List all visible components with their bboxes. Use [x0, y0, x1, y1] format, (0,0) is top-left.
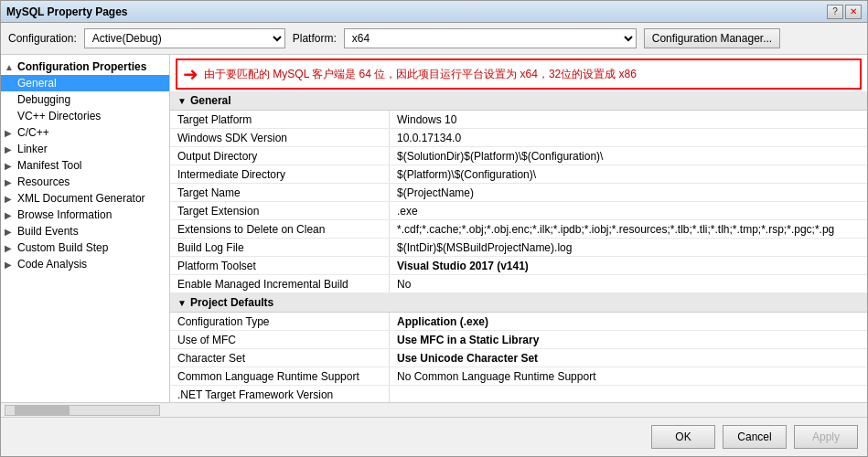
config-select[interactable]: Active(Debug) [84, 28, 285, 48]
tree-item-xml-doc[interactable]: ▶ XML Document Generator [1, 190, 169, 207]
general-section-label: General [190, 94, 231, 107]
tree-item-browse-info[interactable]: ▶ Browse Information [1, 207, 169, 223]
tree-root-label: Configuration Properties [17, 60, 146, 73]
prop-value: 10.0.17134.0 [390, 129, 867, 146]
code-expand-icon: ▶ [5, 260, 17, 270]
main-window: MySQL Property Pages ? ✕ Configuration: … [0, 0, 868, 457]
toolbar: Configuration: Active(Debug) Platform: x… [1, 23, 867, 55]
prop-clr-support: Common Language Runtime Support No Commo… [170, 367, 867, 386]
properties-panel: ➜ 由于要匹配的 MySQL 客户端是 64 位，因此项目运行平台设置为 x64… [170, 55, 867, 402]
title-bar-buttons: ? ✕ [827, 5, 862, 19]
prop-value: $(IntDir)$(MSBuildProjectName).log [390, 239, 867, 256]
project-defaults-label: Project Defaults [190, 296, 273, 309]
tree-item-manifest-tool[interactable]: ▶ Manifest Tool [1, 157, 169, 174]
tree-item-vcpp-dirs[interactable]: VC++ Directories [1, 108, 169, 124]
prop-name: Enable Managed Incremental Build [170, 275, 390, 292]
prop-value: .exe [390, 202, 867, 219]
prop-value: Use MFC in a Static Library [390, 331, 867, 348]
prop-name: Configuration Type [170, 313, 390, 330]
tree-item-custom-build-label: Custom Build Step [17, 241, 108, 254]
tree-item-manifest-label: Manifest Tool [17, 159, 81, 172]
title-bar: MySQL Property Pages ? ✕ [1, 1, 867, 23]
window-title: MySQL Property Pages [6, 5, 128, 18]
prop-value: Application (.exe) [390, 313, 867, 330]
prop-value [390, 386, 867, 402]
project-defaults-section-header: ▼ Project Defaults [170, 293, 867, 313]
close-button[interactable]: ✕ [845, 5, 862, 19]
tree-item-build-events-label: Build Events [17, 225, 79, 238]
prop-target-platform: Target Platform Windows 10 [170, 111, 867, 129]
tree-item-code-analysis[interactable]: ▶ Code Analysis [1, 256, 169, 272]
ok-button[interactable]: OK [651, 425, 715, 449]
prop-net-framework: .NET Target Framework Version [170, 386, 867, 402]
tree-item-general-label: General [17, 77, 57, 90]
prop-name: Output Directory [170, 147, 390, 165]
tree-item-resources[interactable]: ▶ Resources [1, 174, 169, 190]
annotation-text: 由于要匹配的 MySQL 客户端是 64 位，因此项目运行平台设置为 x64，3… [204, 67, 637, 82]
prop-value: Use Unicode Character Set [390, 349, 867, 367]
scrollbar-thumb[interactable] [15, 406, 70, 415]
tree-item-debugging-label: Debugging [17, 93, 70, 106]
expand-icon: ▲ [5, 62, 17, 72]
tree-item-linker[interactable]: ▶ Linker [1, 141, 169, 157]
prop-value: $(ProjectName) [390, 184, 867, 201]
config-manager-button[interactable]: Configuration Manager... [644, 28, 780, 48]
resources-expand-icon: ▶ [5, 177, 17, 187]
prop-output-dir: Output Directory $(SolutionDir)$(Platfor… [170, 147, 867, 165]
prop-build-log: Build Log File $(IntDir)$(MSBuildProject… [170, 239, 867, 257]
build-expand-icon: ▶ [5, 227, 17, 237]
prop-char-set: Character Set Use Unicode Character Set [170, 349, 867, 367]
main-content: ▲ Configuration Properties General Debug… [1, 55, 867, 402]
prop-name: Target Name [170, 184, 390, 201]
xmldoc-expand-icon: ▶ [5, 194, 17, 204]
prop-name: Common Language Runtime Support [170, 367, 390, 385]
prop-name: Character Set [170, 349, 390, 367]
prop-extensions-delete: Extensions to Delete on Clean *.cdf;*.ca… [170, 220, 867, 239]
tree-item-cpp-label: C/C++ [17, 126, 49, 139]
tree-root[interactable]: ▲ Configuration Properties [1, 58, 169, 75]
prop-target-name: Target Name $(ProjectName) [170, 184, 867, 202]
prop-incremental-build: Enable Managed Incremental Build No [170, 275, 867, 293]
prop-value: No [390, 275, 867, 292]
tree-item-vcpp-dirs-label: VC++ Directories [17, 110, 101, 122]
prop-name: Extensions to Delete on Clean [170, 220, 390, 238]
apply-button[interactable]: Apply [794, 425, 858, 449]
platform-select[interactable]: x64 [344, 28, 637, 48]
scrollbar-track[interactable] [5, 405, 160, 416]
tree-item-code-analysis-label: Code Analysis [17, 258, 87, 271]
defaults-collapse-icon: ▼ [177, 298, 187, 308]
cancel-button[interactable]: Cancel [723, 425, 787, 449]
scrollbar-area [1, 402, 867, 417]
config-label: Configuration: [8, 32, 77, 45]
prop-name: .NET Target Framework Version [170, 386, 390, 402]
prop-name: Target Platform [170, 111, 390, 128]
cpp-expand-icon: ▶ [5, 128, 17, 138]
annotation-arrow: ➜ [183, 63, 198, 85]
tree-item-xml-doc-label: XML Document Generator [17, 192, 145, 205]
tree-item-debugging[interactable]: Debugging [1, 91, 169, 108]
prop-name: Use of MFC [170, 331, 390, 348]
tree-item-general[interactable]: General [1, 75, 169, 91]
help-button[interactable]: ? [827, 5, 843, 19]
prop-value: $(Platform)\$(Configuration)\ [390, 165, 867, 183]
prop-value: $(SolutionDir)$(Platform)\$(Configuratio… [390, 147, 867, 165]
tree-item-cpp[interactable]: ▶ C/C++ [1, 124, 169, 141]
tree-item-browse-label: Browse Information [17, 208, 112, 221]
prop-name: Windows SDK Version [170, 129, 390, 146]
tree-item-build-events[interactable]: ▶ Build Events [1, 223, 169, 239]
general-collapse-icon: ▼ [177, 96, 187, 106]
prop-value: Visual Studio 2017 (v141) [390, 257, 867, 274]
prop-name: Platform Toolset [170, 257, 390, 274]
annotation-box: ➜ 由于要匹配的 MySQL 客户端是 64 位，因此项目运行平台设置为 x64… [176, 58, 862, 90]
tree-item-linker-label: Linker [17, 143, 48, 155]
prop-value: Windows 10 [390, 111, 867, 128]
prop-config-type: Configuration Type Application (.exe) [170, 313, 867, 331]
prop-name: Intermediate Directory [170, 165, 390, 183]
prop-sdk-version: Windows SDK Version 10.0.17134.0 [170, 129, 867, 147]
prop-target-ext: Target Extension .exe [170, 202, 867, 220]
browse-expand-icon: ▶ [5, 210, 17, 220]
custom-expand-icon: ▶ [5, 243, 17, 253]
platform-label: Platform: [293, 32, 337, 45]
prop-platform-toolset: Platform Toolset Visual Studio 2017 (v14… [170, 257, 867, 275]
tree-item-custom-build[interactable]: ▶ Custom Build Step [1, 239, 169, 256]
